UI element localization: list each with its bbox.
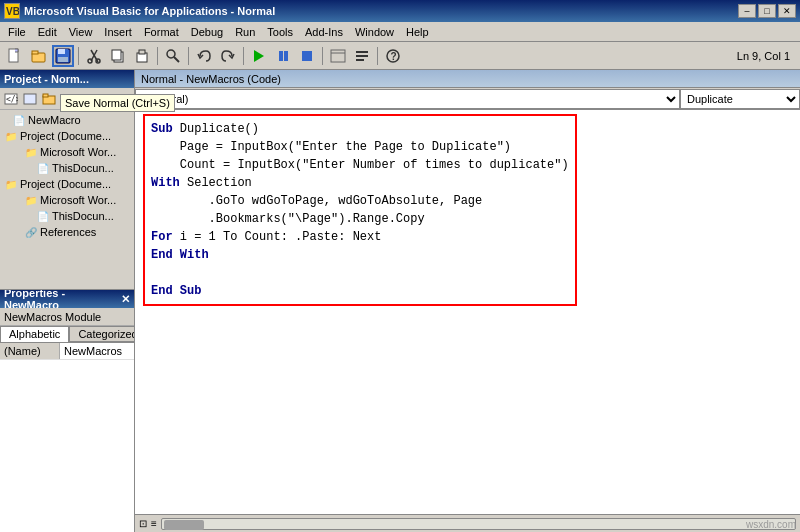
menu-view[interactable]: View — [63, 24, 99, 40]
tb-new[interactable] — [4, 45, 26, 67]
tb-run[interactable] — [248, 45, 270, 67]
tb-paste[interactable] — [131, 45, 153, 67]
props-tab-alphabetic[interactable]: Alphabetic — [0, 326, 69, 342]
minimize-button[interactable]: – — [738, 4, 756, 18]
code-panel: Normal - NewMacros (Code) (General) Dupl… — [135, 70, 800, 532]
main-area: Project - Norm... </> 📄 NewMacro — [0, 70, 800, 532]
code-line-5: .GoTo wdGoToPage, wdGoToAbsolute, Page — [151, 192, 569, 210]
menu-tools[interactable]: Tools — [261, 24, 299, 40]
code-line-9 — [151, 264, 569, 282]
references-icon: 🔗 — [24, 225, 38, 239]
svg-rect-16 — [139, 50, 145, 54]
left-panel: Project - Norm... </> 📄 NewMacro — [0, 70, 135, 532]
tb-break[interactable] — [272, 45, 294, 67]
props-tab-categorized[interactable]: Categorized — [69, 326, 134, 342]
tree-item-ms-word1[interactable]: 📁 Microsoft Wor... — [0, 144, 134, 160]
menu-edit[interactable]: Edit — [32, 24, 63, 40]
props-tabs: Alphabetic Categorized — [0, 326, 134, 343]
props-module-label: NewMacros Module — [0, 308, 134, 326]
app-icon: VB — [4, 3, 20, 19]
props-close-button[interactable]: ✕ — [121, 293, 130, 306]
svg-rect-8 — [58, 57, 68, 62]
svg-rect-34 — [43, 94, 48, 97]
close-button[interactable]: ✕ — [778, 4, 796, 18]
tb-undo[interactable] — [193, 45, 215, 67]
code-line-3: Count = InputBox("Enter Number of times … — [151, 156, 569, 174]
tb-project-explorer[interactable] — [327, 45, 349, 67]
svg-text:?: ? — [391, 51, 397, 62]
menu-format[interactable]: Format — [138, 24, 185, 40]
code-toolbar: (General) Duplicate — [135, 88, 800, 110]
svg-rect-25 — [356, 51, 368, 53]
references-label: References — [40, 226, 96, 238]
menu-insert[interactable]: Insert — [98, 24, 138, 40]
kw-with: With — [151, 176, 180, 190]
horizontal-scrollbar[interactable] — [161, 518, 796, 530]
props-table: (Name) NewMacros — [0, 343, 134, 532]
svg-marker-19 — [254, 50, 264, 62]
menu-window[interactable]: Window — [349, 24, 400, 40]
tb-find[interactable] — [162, 45, 184, 67]
tb-reset[interactable] — [296, 45, 318, 67]
newmacro-label: NewMacro — [28, 114, 81, 126]
tree-item-thisdocument1[interactable]: 📄 ThisDocun... — [0, 160, 134, 176]
menu-addins[interactable]: Add-Ins — [299, 24, 349, 40]
code-footer: ⊡ ≡ — [135, 514, 800, 532]
code-line-7: For i = 1 To Count: .Paste: Next — [151, 228, 569, 246]
kw-for: For — [151, 230, 173, 244]
code-title-text: Normal - NewMacros (Code) — [141, 73, 281, 85]
project1-icon: 📁 — [4, 129, 18, 143]
tb-open[interactable] — [28, 45, 50, 67]
newmacro-icon: 📄 — [12, 113, 26, 127]
code-title-bar: Normal - NewMacros (Code) — [135, 70, 800, 88]
watermark: wsxdn.com — [746, 519, 796, 530]
svg-rect-6 — [58, 49, 66, 54]
menu-run[interactable]: Run — [229, 24, 261, 40]
menu-help[interactable]: Help — [400, 24, 435, 40]
code-line-10: End Sub — [151, 282, 569, 300]
code-line-6: .Bookmarks("\Page").Range.Copy — [151, 210, 569, 228]
svg-point-11 — [88, 59, 92, 63]
tb-redo[interactable] — [217, 45, 239, 67]
tree-item-ms-word2[interactable]: 📁 Microsoft Wor... — [0, 192, 134, 208]
proj-toggle-folders[interactable] — [40, 90, 58, 108]
project-title-bar: Project - Norm... — [0, 70, 134, 88]
code-proc-combo[interactable]: Duplicate — [680, 89, 800, 109]
tree-item-thisdocument2[interactable]: 📄 ThisDocun... — [0, 208, 134, 224]
code-general-combo[interactable]: (General) — [135, 89, 680, 109]
maximize-button[interactable]: □ — [758, 4, 776, 18]
proj-view-code[interactable]: </> — [2, 90, 20, 108]
kw-sub: Sub — [151, 122, 173, 136]
tree-item-project1[interactable]: 📁 Project (Docume... — [0, 128, 134, 144]
code-line-8: End With — [151, 246, 569, 264]
svg-text:</>: </> — [6, 95, 18, 104]
menu-file[interactable]: File — [2, 24, 32, 40]
proj-view-object[interactable] — [21, 90, 39, 108]
tree-item-references[interactable]: 🔗 References — [0, 224, 134, 240]
code-line-4: With Selection — [151, 174, 569, 192]
svg-rect-14 — [112, 50, 121, 60]
menu-bar: File Edit View Insert Format Debug Run T… — [0, 22, 800, 42]
view-object-icon[interactable]: ⊡ — [139, 518, 147, 529]
toolbar: ? Ln 9, Col 1 Save Normal (Ctrl+S) — [0, 42, 800, 70]
tree-item-newmacro[interactable]: 📄 NewMacro — [0, 112, 134, 128]
tooltip: Save Normal (Ctrl+S) — [60, 94, 175, 112]
code-line-2: Page = InputBox("Enter the Page to Dupli… — [151, 138, 569, 156]
tb-help[interactable]: ? — [382, 45, 404, 67]
menu-debug[interactable]: Debug — [185, 24, 229, 40]
tb-copy[interactable] — [107, 45, 129, 67]
thisdoc2-label: ThisDocun... — [52, 210, 114, 222]
separator3 — [188, 47, 189, 65]
title-bar: VB Microsoft Visual Basic for Applicatio… — [0, 0, 800, 22]
project-tree: 📄 NewMacro 📁 Project (Docume... 📁 Micros… — [0, 110, 134, 290]
code-area[interactable]: Sub Duplicate() Page = InputBox("Enter t… — [135, 110, 800, 514]
view-proc-icon[interactable]: ≡ — [151, 518, 157, 529]
tb-save[interactable] — [52, 45, 74, 67]
tb-properties[interactable] — [351, 45, 373, 67]
tree-item-project2[interactable]: 📁 Project (Docume... — [0, 176, 134, 192]
separator1 — [78, 47, 79, 65]
title-text: Microsoft Visual Basic for Applications … — [24, 5, 275, 17]
tb-cut[interactable] — [83, 45, 105, 67]
code-footer-icons: ⊡ ≡ — [139, 518, 157, 529]
svg-text:VB: VB — [6, 6, 19, 17]
